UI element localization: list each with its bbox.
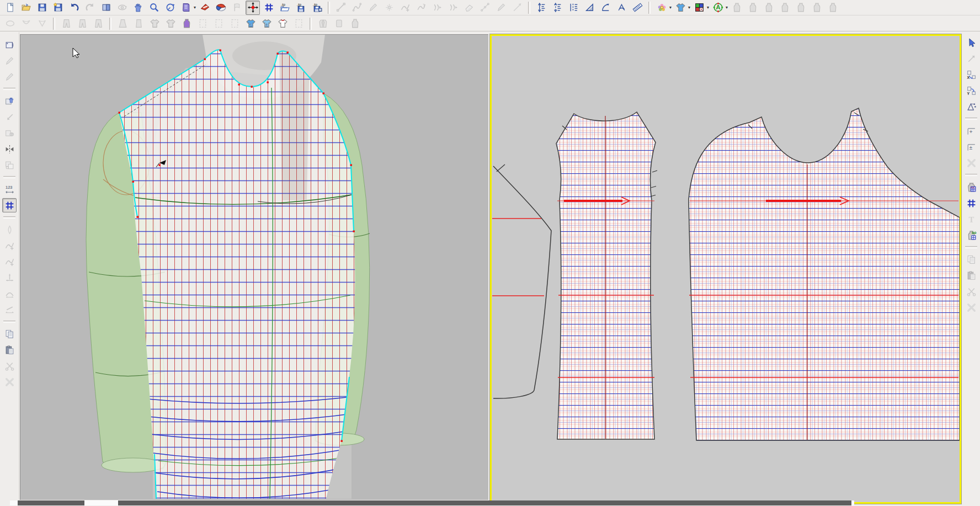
fabric-swatches-icon: [694, 2, 705, 13]
adjust-corner-button[interactable]: ±: [964, 140, 978, 154]
pants-back-button: [75, 17, 89, 31]
pin-pen-button: [2, 54, 17, 68]
map-info-button[interactable]: oo: [964, 228, 978, 242]
stroke-pen-icon: [496, 2, 507, 13]
toolbar-separator: [965, 118, 977, 120]
shirt-front-icon: [150, 18, 160, 29]
bottom-scrollbar[interactable]: [10, 500, 854, 505]
open-button[interactable]: [19, 1, 33, 15]
eraser-icon: [464, 2, 475, 13]
pin-pen-icon: [4, 56, 15, 66]
3d-garment-view[interactable]: [20, 34, 488, 500]
texture-image-dropdown[interactable]: ▾: [669, 5, 672, 10]
garment-view-button[interactable]: [673, 1, 688, 15]
panel-outline-2-icon: [214, 18, 224, 29]
pick-point-button: [2, 110, 17, 124]
zoom-button[interactable]: [147, 1, 161, 15]
move-point-button[interactable]: [246, 1, 260, 15]
paste-button[interactable]: [2, 343, 17, 357]
garment-2-button[interactable]: 2: [259, 17, 274, 31]
notebook-dropdown[interactable]: ▾: [194, 5, 196, 10]
symmetry-button[interactable]: [2, 142, 17, 156]
delete-element-button: [964, 156, 978, 170]
rotate-3d-button[interactable]: [163, 1, 177, 15]
undo-button[interactable]: [67, 1, 81, 15]
fabric-3d-button[interactable]: [198, 1, 212, 15]
flip-x-button[interactable]: X: [964, 67, 978, 82]
new-button[interactable]: [3, 1, 17, 15]
awl-pen-button: [2, 70, 17, 84]
body-form-5-button: [793, 1, 808, 15]
toolbar-separator: [310, 18, 312, 30]
add-corner-button[interactable]: +: [964, 124, 978, 138]
toolbar-separator: [965, 174, 977, 176]
grid-3d-button[interactable]: [262, 1, 276, 15]
measure-step-button[interactable]: [550, 1, 564, 15]
move-point-icon: [248, 2, 258, 13]
svg-text:+: +: [969, 129, 972, 135]
measure-pair-button[interactable]: [566, 1, 580, 15]
scrollbar-thumb-2[interactable]: [118, 500, 851, 505]
toggle-grid-2d-button[interactable]: [964, 196, 978, 210]
svg-text:1: 1: [249, 23, 252, 28]
line-tool-icon: [336, 2, 347, 13]
svg-text:123: 123: [6, 185, 12, 190]
garment-front-panel[interactable]: [119, 50, 358, 499]
arrange-panel-button[interactable]: [2, 38, 17, 52]
garment-view-dropdown[interactable]: ▾: [688, 5, 690, 10]
pie-view-button[interactable]: [214, 1, 228, 15]
split-curves-button: [446, 1, 460, 15]
copy-button[interactable]: [2, 327, 17, 341]
2d-pattern-window[interactable]: [490, 34, 961, 504]
select-button[interactable]: [964, 35, 978, 50]
svg-text:±: ±: [969, 145, 972, 151]
garment-1-button[interactable]: 1: [243, 17, 258, 31]
save-copy-button[interactable]: [51, 1, 65, 15]
zoom-icon: [149, 2, 159, 13]
ruler-button[interactable]: [630, 1, 645, 15]
set-square-button[interactable]: [582, 1, 596, 15]
measure-vertical-button[interactable]: [534, 1, 548, 15]
left-toolbar: 123: [0, 32, 19, 501]
angle-arc-icon: [600, 2, 611, 13]
measure-segment-icon: [4, 305, 15, 315]
piece-back-bodice[interactable]: [556, 112, 657, 439]
avatar-circle-button[interactable]: A: [711, 1, 725, 15]
notebook-button[interactable]: [179, 1, 193, 15]
polyline-icon: [480, 2, 491, 13]
pan-button[interactable]: [131, 1, 145, 15]
dress-form-button[interactable]: [179, 17, 194, 31]
pants-front-icon: [61, 18, 72, 29]
body-form-4-icon: [780, 2, 790, 13]
avatar-circle-icon: A: [713, 2, 723, 13]
neckline-oval-button: [3, 17, 17, 31]
undo-icon: [69, 2, 79, 13]
neckline-round-button: [19, 17, 33, 31]
flip-y-button[interactable]: Y: [964, 83, 978, 98]
toggle-grid-button[interactable]: [2, 198, 17, 212]
garment-trim-button[interactable]: [275, 17, 290, 31]
measure-triangle-button[interactable]: [964, 99, 978, 114]
fabric-swatches-dropdown[interactable]: ▾: [707, 5, 709, 10]
texture-image-button[interactable]: [654, 1, 669, 15]
panel-outline-3-button: [227, 17, 242, 31]
map-to-3d-button[interactable]: [964, 180, 978, 194]
save-button[interactable]: [35, 1, 49, 15]
open-tp-button[interactable]: .tp: [278, 1, 292, 15]
measure-numbers-button[interactable]: 123: [2, 182, 17, 196]
avatar-circle-dropdown[interactable]: ▾: [726, 5, 728, 10]
save-tp-button[interactable]: .tp: [294, 1, 308, 15]
save-as-tp-button[interactable]: .tp: [310, 1, 324, 15]
split-view-button[interactable]: [99, 1, 113, 15]
angle-arc-button[interactable]: [598, 1, 612, 15]
svg-text:oo: oo: [972, 231, 976, 235]
split-view-icon: [101, 2, 111, 13]
measure-perpendicular-button: [2, 270, 17, 285]
fabric-swatches-button[interactable]: [692, 1, 706, 15]
stroke-pen-button: [494, 1, 508, 15]
svg-text:2: 2: [265, 23, 268, 28]
angle-span-button[interactable]: [614, 1, 629, 15]
save-copy-icon: [53, 2, 63, 13]
drape-panel-button[interactable]: [2, 94, 17, 108]
scrollbar-thumb-1[interactable]: [18, 500, 84, 505]
